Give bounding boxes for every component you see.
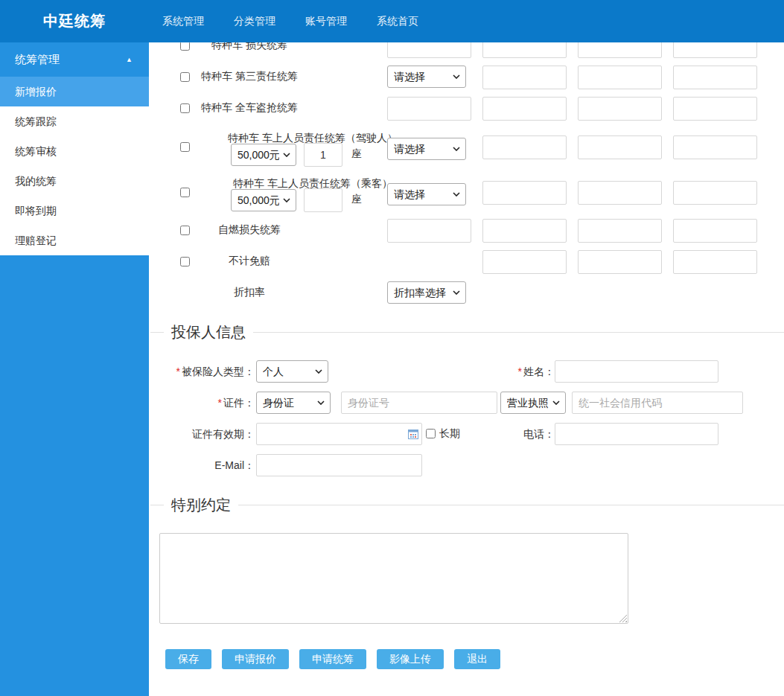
id-type-select[interactable]: 身份证 bbox=[256, 392, 331, 414]
coverage-driver-seats-input[interactable] bbox=[304, 143, 342, 167]
coverage-passenger-seats-input[interactable] bbox=[304, 188, 342, 212]
insured-type-label: *被保险人类型： bbox=[149, 360, 255, 383]
discount-rate-select[interactable]: 折扣率选择 bbox=[387, 281, 466, 304]
app-logo: 中廷统筹 bbox=[0, 11, 149, 31]
sidebar-item-my-coordination[interactable]: 我的统筹 bbox=[0, 166, 149, 196]
special-section-header: 特别约定 bbox=[149, 494, 784, 515]
coverage-deductible-input-3[interactable] bbox=[578, 250, 662, 274]
email-input[interactable] bbox=[256, 454, 422, 476]
sidebar-item-claims[interactable]: 理赔登记 bbox=[0, 226, 149, 255]
app-window: 中廷统筹 系统管理 分类管理 账号管理 系统首页 统筹管理 ▲ 新增报价 统筹跟… bbox=[0, 0, 784, 696]
coverage-deductible-input-4[interactable] bbox=[673, 250, 757, 274]
id-label: *证件： bbox=[149, 392, 255, 414]
top-header: 中廷统筹 系统管理 分类管理 账号管理 系统首页 bbox=[0, 0, 784, 42]
phone-label: 电话： bbox=[462, 423, 555, 445]
coverage-third-party-select[interactable]: 请选择 bbox=[387, 66, 466, 88]
required-asterisk: * bbox=[218, 397, 222, 409]
seat-unit-label: 座 bbox=[351, 193, 362, 206]
coverage-loss-input-1[interactable] bbox=[387, 42, 471, 58]
nav-category-management[interactable]: 分类管理 bbox=[234, 15, 275, 28]
applicant-row-validity: 证件有效期： 长期 电话： bbox=[149, 423, 784, 445]
special-agreement-textarea[interactable] bbox=[159, 533, 628, 624]
coverage-fire-input-1[interactable] bbox=[387, 219, 471, 243]
nav-account-management[interactable]: 账号管理 bbox=[305, 15, 347, 28]
sidebar-group-coordination[interactable]: 统筹管理 ▲ bbox=[0, 42, 149, 77]
coverage-loss-input-2[interactable] bbox=[482, 42, 567, 58]
required-asterisk: * bbox=[176, 365, 180, 377]
business-license-select-control[interactable]: 营业执照 bbox=[500, 392, 566, 414]
required-asterisk: * bbox=[518, 365, 522, 377]
sidebar: 统筹管理 ▲ 新增报价 统筹跟踪 统筹审核 我的统筹 即将到期 理赔登记 bbox=[0, 42, 149, 696]
coverage-third-party-input-4[interactable] bbox=[673, 66, 757, 89]
coverage-deductible-input-2[interactable] bbox=[482, 250, 567, 274]
applicant-section-header: 投保人信息 bbox=[149, 315, 784, 349]
coverage-passenger-checkbox[interactable] bbox=[180, 188, 190, 197]
coverage-passenger-select-control[interactable]: 请选择 bbox=[387, 183, 466, 205]
request-quote-button[interactable]: 申请报价 bbox=[222, 649, 289, 669]
coverage-row-theft: 特种车 全车盗抢统筹 bbox=[149, 93, 784, 124]
validity-date-field bbox=[256, 423, 422, 445]
coverage-passenger-input-3[interactable] bbox=[578, 181, 662, 205]
id-type-select-control[interactable]: 身份证 bbox=[256, 392, 331, 414]
calendar-icon[interactable] bbox=[408, 429, 418, 439]
coverage-passenger-amount-select-control[interactable]: 50,000元 bbox=[231, 189, 296, 211]
coverage-driver-checkbox[interactable] bbox=[180, 142, 190, 152]
sidebar-item-review[interactable]: 统筹审核 bbox=[0, 136, 149, 166]
coverage-passenger-input-4[interactable] bbox=[673, 181, 757, 205]
coverage-driver-amount-select-control[interactable]: 50,000元 bbox=[231, 144, 296, 166]
coverage-loss-input-4[interactable] bbox=[673, 42, 757, 58]
phone-input[interactable] bbox=[555, 423, 718, 445]
nav-system-home[interactable]: 系统首页 bbox=[377, 15, 418, 28]
action-button-row: 保存 申请报价 申请统筹 影像上传 退出 bbox=[165, 649, 784, 669]
coverage-theft-input-1[interactable] bbox=[387, 97, 471, 121]
coverage-driver-select-control[interactable]: 请选择 bbox=[387, 138, 466, 160]
divider bbox=[253, 332, 784, 333]
coverage-row-label: 不计免赔 bbox=[175, 255, 324, 268]
insured-type-select-control[interactable]: 个人 bbox=[256, 360, 328, 383]
sidebar-item-expiring[interactable]: 即将到期 bbox=[0, 196, 149, 226]
exit-button[interactable]: 退出 bbox=[454, 649, 500, 669]
long-term-checkbox[interactable] bbox=[426, 429, 436, 438]
coverage-driver-input-2[interactable] bbox=[482, 135, 567, 159]
coverage-third-party-select-control[interactable]: 请选择 bbox=[387, 66, 466, 88]
business-license-select[interactable]: 营业执照 bbox=[500, 392, 566, 414]
sidebar-submenu: 新增报价 统筹跟踪 统筹审核 我的统筹 即将到期 理赔登记 bbox=[0, 77, 149, 255]
insured-type-select[interactable]: 个人 bbox=[256, 360, 328, 383]
coverage-fire-input-2[interactable] bbox=[482, 219, 567, 243]
sidebar-group-label: 统筹管理 bbox=[15, 53, 60, 67]
discount-rate-select-control[interactable]: 折扣率选择 bbox=[387, 281, 466, 304]
credit-code-input[interactable] bbox=[572, 392, 743, 414]
special-agreement-field bbox=[159, 533, 628, 624]
coverage-passenger-select[interactable]: 请选择 bbox=[387, 183, 466, 205]
coverage-theft-input-4[interactable] bbox=[673, 97, 757, 121]
save-button[interactable]: 保存 bbox=[165, 649, 211, 669]
coverage-loss-input-3[interactable] bbox=[578, 42, 662, 58]
coverage-fire-input-4[interactable] bbox=[673, 219, 757, 243]
coverage-passenger-amount-select[interactable]: 50,000元 bbox=[231, 189, 296, 211]
request-coordination-button[interactable]: 申请统筹 bbox=[299, 649, 366, 669]
sidebar-item-tracking[interactable]: 统筹跟踪 bbox=[0, 106, 149, 136]
coverage-driver-input-3[interactable] bbox=[578, 135, 662, 159]
coverage-row-loss: 特种车 损失统筹 bbox=[149, 42, 784, 62]
coverage-theft-input-3[interactable] bbox=[578, 97, 662, 121]
coverage-driver-amount-select[interactable]: 50,000元 bbox=[231, 144, 296, 166]
image-upload-button[interactable]: 影像上传 bbox=[377, 649, 444, 669]
coverage-driver-select[interactable]: 请选择 bbox=[387, 138, 466, 160]
coverage-row-label: 特种车 全车盗抢统筹 bbox=[175, 101, 324, 115]
divider bbox=[238, 505, 784, 505]
nav-system-management[interactable]: 系统管理 bbox=[162, 15, 204, 28]
name-input[interactable] bbox=[555, 360, 718, 383]
validity-date-input[interactable] bbox=[256, 423, 422, 445]
coverage-third-party-input-2[interactable] bbox=[482, 66, 567, 89]
chevron-up-icon: ▲ bbox=[126, 56, 133, 63]
coverage-row-third-party: 特种车 第三责任统筹 请选择 bbox=[149, 62, 784, 93]
id-number-input[interactable] bbox=[341, 392, 497, 414]
coverage-theft-input-2[interactable] bbox=[482, 97, 567, 121]
coverage-passenger-input-2[interactable] bbox=[482, 181, 567, 205]
main-content: 特种车 损失统筹 特种车 第三责任统筹 请选择 特种车 全车盗抢统筹 bbox=[149, 42, 784, 696]
sidebar-item-new-quote[interactable]: 新增报价 bbox=[0, 77, 149, 106]
email-label: E-Mail： bbox=[149, 454, 255, 476]
coverage-driver-input-4[interactable] bbox=[673, 135, 757, 159]
coverage-fire-input-3[interactable] bbox=[578, 219, 662, 243]
coverage-third-party-input-3[interactable] bbox=[578, 66, 662, 89]
